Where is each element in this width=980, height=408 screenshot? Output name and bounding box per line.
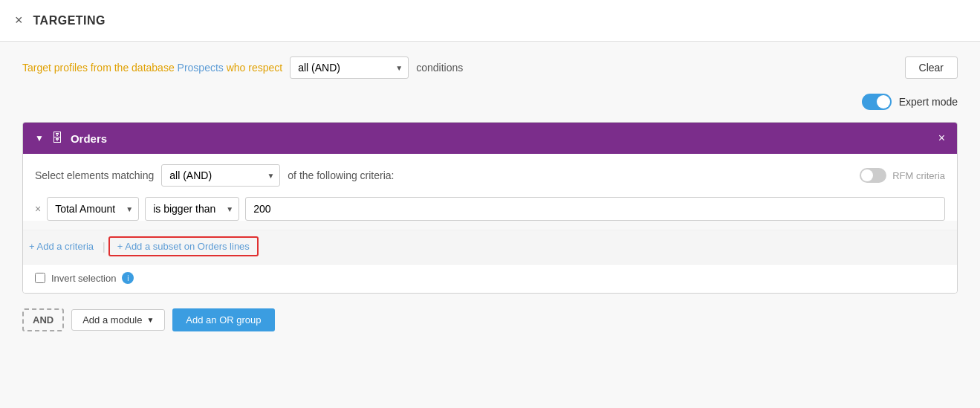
page-title: TARGETING [33,14,106,27]
matching-row: Select elements matching all (AND) any (… [35,164,945,187]
conditions-label: conditions [416,62,463,74]
expert-mode-row: Expert mode [22,94,958,110]
add-module-button[interactable]: Add a module ▼ [71,309,165,331]
add-subset-button[interactable]: + Add a subset on Orders lines [108,236,259,256]
chevron-down-icon[interactable]: ▼ [35,133,44,143]
criteria-value-input[interactable] [245,197,945,221]
invert-checkbox[interactable] [35,273,45,283]
rfm-row: RFM criteria [860,168,945,183]
criteria-remove-icon[interactable]: × [35,203,41,215]
db-icon: 🗄 [51,132,63,145]
divider-pipe: | [103,241,106,253]
close-icon[interactable]: × [15,13,23,28]
invert-label: Invert selection [51,273,116,284]
target-row: Target profiles from the database Prospe… [22,56,958,79]
condition-dropdown[interactable]: all (AND) any (OR) [290,56,409,79]
info-icon[interactable]: i [122,272,134,284]
of-criteria-label: of the following criteria: [288,169,394,181]
criteria-row: × Total Amount is bigger than is less th… [35,197,945,221]
condition-dropdown-wrapper[interactable]: all (AND) any (OR) [290,56,409,79]
target-prefix-label: Target profiles from the database Prospe… [22,62,282,74]
top-bar: × TARGETING [0,0,980,42]
criteria-field-dropdown[interactable]: Total Amount [47,197,139,221]
add-criteria-row: + Add a criteria | + Add a subset on Ord… [22,230,958,264]
orders-block: ▼ 🗄 Orders × Select elements matching al… [22,122,958,294]
expert-mode-toggle[interactable] [862,94,892,110]
criteria-operator-wrapper[interactable]: is bigger than is less than is equal to [145,197,239,221]
bottom-actions: AND Add a module ▼ Add an OR group [22,308,958,331]
and-badge: AND [22,308,64,331]
matching-label: Select elements matching [35,169,154,181]
invert-row: Invert selection i [23,264,957,293]
db-name: Prospects [178,62,224,74]
orders-close-icon[interactable]: × [938,132,945,145]
matching-dropdown-wrapper[interactable]: all (AND) any (OR) [161,164,280,187]
criteria-field-wrapper[interactable]: Total Amount [47,197,139,221]
orders-body: Select elements matching all (AND) any (… [23,154,957,221]
add-criteria-button[interactable]: + Add a criteria [23,238,100,255]
criteria-operator-dropdown[interactable]: is bigger than is less than is equal to [145,197,239,221]
add-module-label: Add a module [82,314,142,326]
clear-button[interactable]: Clear [905,56,958,79]
orders-title: Orders [71,132,931,145]
add-or-group-button[interactable]: Add an OR group [172,308,274,331]
main-content: Target profiles from the database Prospe… [0,42,980,346]
expert-mode-label: Expert mode [899,96,958,108]
matching-dropdown[interactable]: all (AND) any (OR) [161,164,280,187]
orders-header: ▼ 🗄 Orders × [23,123,957,154]
rfm-toggle[interactable] [860,168,886,183]
add-module-chevron-icon: ▼ [146,316,154,324]
rfm-label: RFM criteria [892,170,945,181]
